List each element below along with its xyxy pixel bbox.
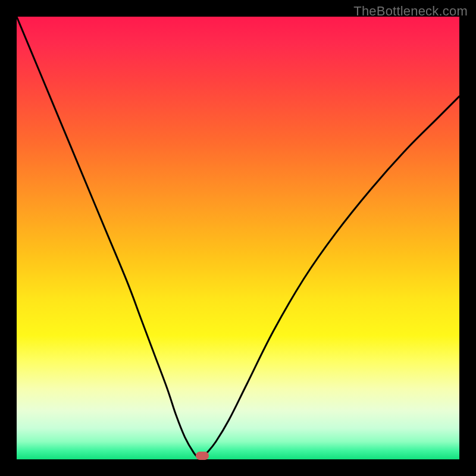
chart-frame: TheBottleneck.com bbox=[0, 0, 476, 476]
watermark-text: TheBottleneck.com bbox=[353, 4, 468, 19]
bottleneck-curve bbox=[17, 17, 459, 459]
minimum-marker bbox=[196, 452, 209, 460]
plot-area bbox=[17, 17, 459, 459]
